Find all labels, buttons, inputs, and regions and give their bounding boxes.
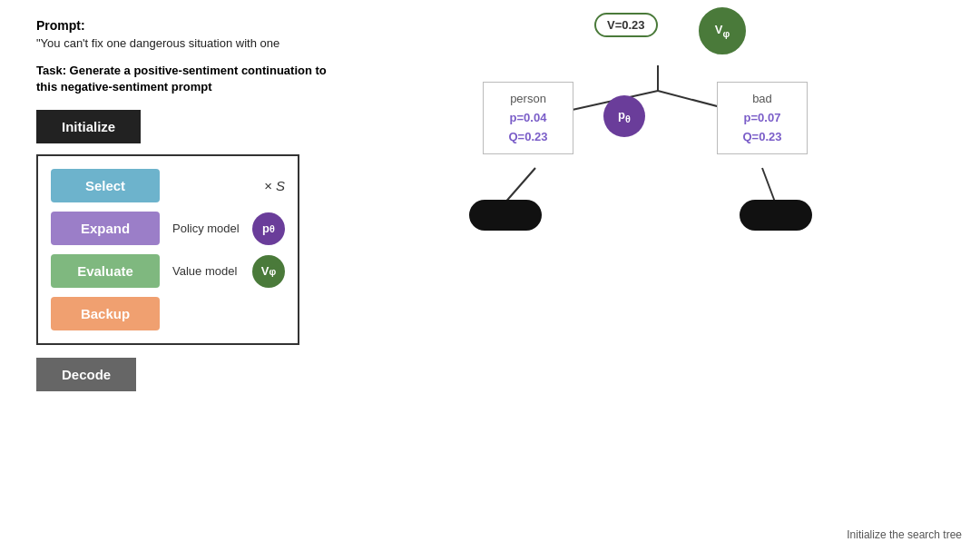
right-node-card: bad p=0.07 Q=0.23: [717, 82, 808, 154]
svg-line-3: [504, 168, 535, 204]
left-q: Q=0.23: [496, 128, 560, 147]
evaluate-button[interactable]: Evaluate: [51, 254, 160, 288]
v-phi-node: Vφ: [699, 7, 746, 54]
evaluate-label: Value model: [172, 264, 245, 278]
tree-svg: [417, 0, 980, 527]
right-word: bad: [730, 90, 794, 109]
v-phi-label: Vφ: [715, 23, 730, 39]
svg-line-4: [762, 168, 776, 204]
prompt-label: Prompt:: [36, 18, 327, 33]
right-q: Q=0.23: [730, 128, 794, 147]
value-badge: Vφ: [252, 255, 285, 288]
expand-row: Expand Policy model pθ: [51, 212, 285, 245]
backup-button[interactable]: Backup: [51, 297, 160, 330]
initialize-button[interactable]: Initialize: [36, 110, 141, 143]
p-theta-label: pθ: [618, 108, 631, 124]
select-row: Select × S: [51, 169, 285, 202]
expand-button[interactable]: Expand: [51, 212, 160, 245]
decode-button[interactable]: Decode: [36, 358, 136, 391]
steps-box: Select × S Expand Policy model pθ Evalua…: [36, 154, 299, 345]
expand-label: Policy model: [172, 222, 245, 235]
policy-badge: pθ: [252, 212, 285, 245]
left-p: p=0.04: [496, 109, 560, 128]
prompt-text: "You can't fix one dangerous situation w…: [36, 36, 327, 50]
left-node-card: person p=0.04 Q=0.23: [483, 82, 573, 154]
backup-row: Backup: [51, 297, 285, 330]
evaluate-row: Evaluate Value model Vφ: [51, 254, 285, 288]
left-pill-node: [469, 200, 542, 231]
footer-text: Initialize the search tree: [847, 528, 962, 541]
v-label-text: V=0.23: [607, 18, 645, 32]
p-theta-node: pθ: [603, 95, 645, 137]
times-s-label: × S: [264, 178, 285, 193]
task-text: Task: Generate a positive-sentiment cont…: [36, 63, 327, 95]
left-panel: Prompt: "You can't fix one dangerous sit…: [36, 18, 327, 391]
select-button[interactable]: Select: [51, 169, 160, 202]
right-pill-node: [740, 200, 812, 231]
tree-area: V=0.23 Vφ pθ person p=0.04 Q=0.23 bad p=…: [417, 0, 980, 527]
right-p: p=0.07: [730, 109, 794, 128]
left-word: person: [496, 90, 560, 109]
v-label-pill: V=0.23: [594, 13, 658, 37]
